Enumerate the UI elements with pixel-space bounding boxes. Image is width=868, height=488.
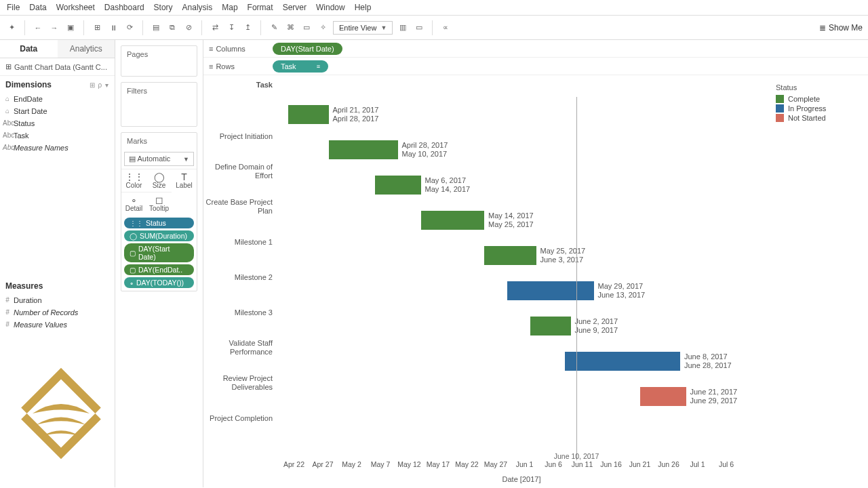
watermark-logo-icon: [14, 366, 108, 461]
x-tick: Jun 6: [545, 460, 562, 468]
new-sheet-icon[interactable]: ▤: [150, 22, 162, 34]
gantt-bar[interactable]: [375, 176, 421, 195]
x-tick: May 2: [342, 460, 361, 468]
legend-item[interactable]: In Progress: [776, 104, 860, 113]
menu-server[interactable]: Server: [283, 3, 307, 12]
menu-data[interactable]: Data: [29, 3, 46, 12]
pause-icon[interactable]: ⏸: [107, 22, 119, 34]
fit-label: Entire View: [339, 24, 376, 32]
legend-item[interactable]: Not Started: [776, 113, 860, 123]
field-number-of-records[interactable]: Number of Records: [0, 306, 115, 319]
x-tick: Jun 21: [629, 460, 651, 468]
field-duration[interactable]: Duration: [0, 294, 115, 306]
caret-down-icon: ▼: [380, 24, 387, 31]
gantt-bar[interactable]: [530, 317, 571, 336]
swap-icon[interactable]: ⇄: [209, 22, 221, 34]
x-tick: May 12: [397, 460, 420, 468]
gantt-bar[interactable]: [288, 105, 329, 124]
clear-icon[interactable]: ⊘: [182, 22, 195, 34]
menubar: FileDataWorksheetDashboardStoryAnalysisM…: [0, 0, 868, 16]
field-measure-names[interactable]: Measure Names: [0, 142, 115, 154]
save-icon[interactable]: ▣: [64, 22, 77, 34]
color-legend[interactable]: Status CompleteIn ProgressNot Started: [770, 78, 865, 128]
gantt-plot[interactable]: April 21, 2017April 28, 2017April 28, 20…: [277, 75, 766, 487]
columns-shelf[interactable]: ≡Columns: [206, 45, 267, 53]
tab-analytics[interactable]: Analytics: [58, 40, 115, 58]
x-axis: Apr 22Apr 27May 2May 7May 12May 17May 22…: [277, 460, 766, 471]
marks-card: Marks ▤ Automatic▼ ⋮⋮Color◯SizeTLabel∘De…: [121, 132, 197, 291]
pages-shelf[interactable]: Pages: [121, 46, 197, 62]
columns-pill[interactable]: DAY(Start Date): [273, 43, 342, 55]
bar-label: April 21, 2017April 28, 2017: [333, 106, 379, 123]
task-label: Define Domain of Effort: [203, 163, 273, 180]
viz-area: ≡Columns DAY(Start Date) ≡Rows Task≡ Tas…: [203, 40, 868, 487]
marks-label[interactable]: TLabel: [172, 169, 197, 192]
rows-pill[interactable]: Task≡: [273, 60, 328, 73]
gantt-bar[interactable]: [565, 352, 680, 371]
filters-shelf[interactable]: Filters: [121, 83, 197, 99]
mark-pill[interactable]: ∘DAY(TODAY()): [124, 277, 194, 288]
rows-shelf[interactable]: ≡Rows: [206, 62, 267, 70]
menu-worksheet[interactable]: Worksheet: [56, 3, 95, 12]
highlight-icon[interactable]: ✎: [268, 22, 280, 34]
pin-icon[interactable]: ✧: [317, 22, 329, 34]
sort-desc-icon[interactable]: ↥: [241, 22, 254, 34]
marks-detail[interactable]: ∘Detail: [121, 192, 146, 215]
x-tick: May 27: [484, 460, 507, 468]
field-measure-values[interactable]: Measure Values: [0, 319, 115, 331]
field-status[interactable]: Status: [0, 117, 115, 129]
menu-story[interactable]: Story: [154, 3, 173, 12]
task-label: Validate Staff Performance: [203, 339, 273, 357]
task-label: Project Completion: [210, 414, 273, 423]
presentation-icon[interactable]: ▭: [413, 22, 425, 34]
share-icon[interactable]: ∝: [439, 22, 452, 34]
tableau-logo-icon: ✦: [5, 22, 18, 34]
gantt-bar[interactable]: [329, 140, 398, 159]
gantt-bar[interactable]: [507, 281, 594, 300]
new-datasource-icon[interactable]: ⊞: [91, 22, 103, 34]
tab-data[interactable]: Data: [0, 40, 58, 58]
menu-analysis[interactable]: Analysis: [182, 3, 213, 12]
refresh-icon[interactable]: ⟳: [123, 22, 136, 34]
x-tick: Jul 1: [690, 460, 705, 468]
field-task[interactable]: Task: [0, 129, 115, 142]
cards-icon[interactable]: ▥: [397, 22, 409, 34]
x-tick: Jun 26: [658, 460, 679, 468]
x-tick: Apr 27: [313, 460, 334, 468]
task-label: Project Initiation: [220, 132, 273, 141]
forward-icon[interactable]: →: [48, 22, 60, 34]
shelves-column: Pages Filters Marks ▤ Automatic▼ ⋮⋮Color…: [115, 40, 203, 487]
marks-tooltip[interactable]: ◻Tooltip: [146, 192, 172, 215]
bar-label: June 2, 2017June 9, 2017: [575, 317, 618, 335]
marks-color[interactable]: ⋮⋮Color: [121, 169, 146, 192]
mark-type-select[interactable]: ▤ Automatic▼: [124, 152, 194, 166]
mark-pill[interactable]: ◯SUM(Duration): [124, 230, 194, 241]
mark-pill[interactable]: ▢DAY(EndDat..: [124, 264, 194, 275]
duplicate-icon[interactable]: ⧉: [166, 22, 178, 34]
back-icon[interactable]: ←: [32, 22, 44, 34]
menu-help[interactable]: Help: [355, 3, 372, 12]
labels-icon[interactable]: ▭: [300, 22, 313, 34]
legend-item[interactable]: Complete: [776, 94, 860, 104]
showme-icon: ≣: [819, 23, 826, 33]
field-start-date[interactable]: Start Date: [0, 105, 115, 117]
sort-asc-icon[interactable]: ↧: [225, 22, 237, 34]
marks-size[interactable]: ◯Size: [146, 169, 172, 192]
gantt-bar[interactable]: [484, 246, 536, 265]
x-tick: Jun 11: [572, 460, 593, 468]
mark-pill[interactable]: ▢DAY(Start Date): [124, 243, 194, 262]
menu-dashboard[interactable]: Dashboard: [104, 3, 144, 12]
gantt-bar[interactable]: [640, 387, 686, 406]
group-icon[interactable]: ⌘: [284, 22, 296, 34]
menu-format[interactable]: Format: [248, 3, 273, 12]
menu-file[interactable]: File: [7, 3, 20, 12]
show-me-button[interactable]: ≣ Show Me: [819, 23, 863, 33]
bar-label: May 6, 2017May 14, 2017: [425, 176, 471, 194]
menu-map[interactable]: Map: [222, 3, 237, 12]
menu-window[interactable]: Window: [316, 3, 345, 12]
gantt-bar[interactable]: [421, 211, 485, 230]
fit-selector[interactable]: Entire View ▼: [333, 21, 393, 35]
field-enddate[interactable]: EndDate: [0, 93, 115, 105]
datasource[interactable]: ⊞ Gantt Chart Data (Gantt C...: [0, 58, 115, 76]
mark-pill[interactable]: ⋮⋮Status: [124, 218, 194, 228]
